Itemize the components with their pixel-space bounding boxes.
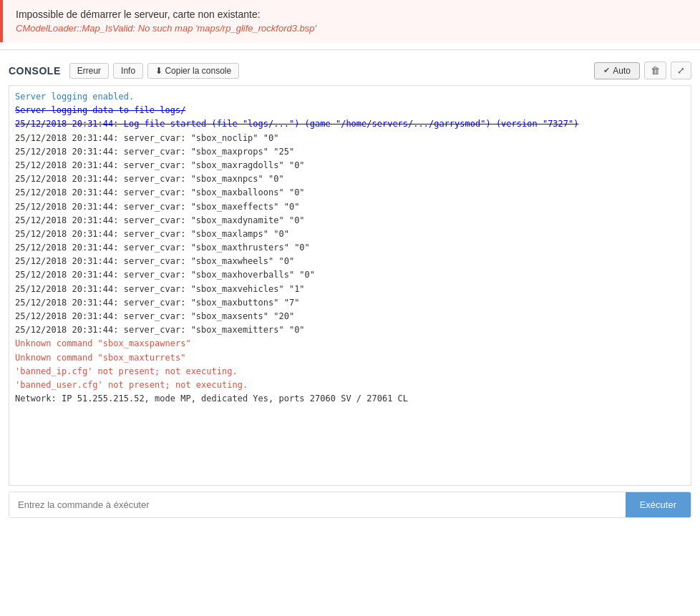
console-log[interactable]: Server logging enabled.Server logging da… <box>9 85 691 486</box>
console-toolbar: CONSOLE Erreur Info ⬇ Copier la console … <box>9 62 691 79</box>
log-line: 25/12/2018 20:31:44: server_cvar: "sbox_… <box>15 228 685 241</box>
log-line: 'banned_user.cfg' not present; not execu… <box>15 378 685 392</box>
download-icon: ⬇ <box>155 66 162 76</box>
error-banner: Impossible de démarrer le serveur, carte… <box>0 0 700 42</box>
log-line: 25/12/2018 20:31:44: server_cvar: "sbox_… <box>15 186 685 200</box>
log-line: 25/12/2018 20:31:44: server_cvar: "sbox_… <box>15 241 685 255</box>
log-line: 'banned_ip.cfg' not present; not executi… <box>15 365 685 378</box>
console-section: CONSOLE Erreur Info ⬇ Copier la console … <box>0 56 700 518</box>
error-detail: CModelLoader::Map_IsValid: No such map '… <box>16 23 687 34</box>
log-line: Server logging enabled. <box>15 90 685 104</box>
log-line: 25/12/2018 20:31:44: server_cvar: "sbox_… <box>15 214 685 228</box>
auto-scroll-button[interactable]: ✔ Auto <box>594 62 640 79</box>
log-line: Unknown command "sbox_maxspawners" <box>15 337 685 351</box>
log-line: 25/12/2018 20:31:44: server_cvar: "sbox_… <box>15 159 685 172</box>
delete-button[interactable]: 🗑 <box>644 62 666 79</box>
info-filter-button[interactable]: Info <box>113 63 143 79</box>
log-line: 25/12/2018 20:31:44: server_cvar: "sbox_… <box>15 323 685 337</box>
log-line: 25/12/2018 20:31:44: server_cvar: "sbox_… <box>15 132 685 145</box>
separator <box>0 49 700 50</box>
expand-button[interactable]: ⤢ <box>671 62 691 79</box>
log-line: Unknown command "sbox_maxturrets" <box>15 351 685 365</box>
log-line: 25/12/2018 20:31:44: server_cvar: "sbox_… <box>15 255 685 268</box>
error-title: Impossible de démarrer le serveur, carte… <box>16 9 687 20</box>
log-line: 25/12/2018 20:31:44: server_cvar: "sbox_… <box>15 296 685 310</box>
execute-button[interactable]: Exécuter <box>626 492 691 517</box>
command-input[interactable] <box>9 492 626 517</box>
checkmark-icon: ✔ <box>603 66 610 75</box>
console-label: CONSOLE <box>9 65 61 77</box>
log-line: 25/12/2018 20:31:44: server_cvar: "sbox_… <box>15 283 685 296</box>
log-line: Network: IP 51.255.215.52, mode MP, dedi… <box>15 392 685 406</box>
log-line: 25/12/2018 20:31:44: Log file started (f… <box>15 117 685 131</box>
command-bar: Exécuter <box>9 492 691 518</box>
log-line: 25/12/2018 20:31:44: server_cvar: "sbox_… <box>15 172 685 186</box>
log-line: 25/12/2018 20:31:44: server_cvar: "sbox_… <box>15 268 685 282</box>
log-line: 25/12/2018 20:31:44: server_cvar: "sbox_… <box>15 145 685 159</box>
log-line: 25/12/2018 20:31:44: server_cvar: "sbox_… <box>15 310 685 323</box>
log-line: Server logging data to file logs/ <box>15 104 685 117</box>
error-filter-button[interactable]: Erreur <box>69 63 109 79</box>
copy-console-button[interactable]: ⬇ Copier la console <box>147 63 239 79</box>
log-line: 25/12/2018 20:31:44: server_cvar: "sbox_… <box>15 200 685 214</box>
